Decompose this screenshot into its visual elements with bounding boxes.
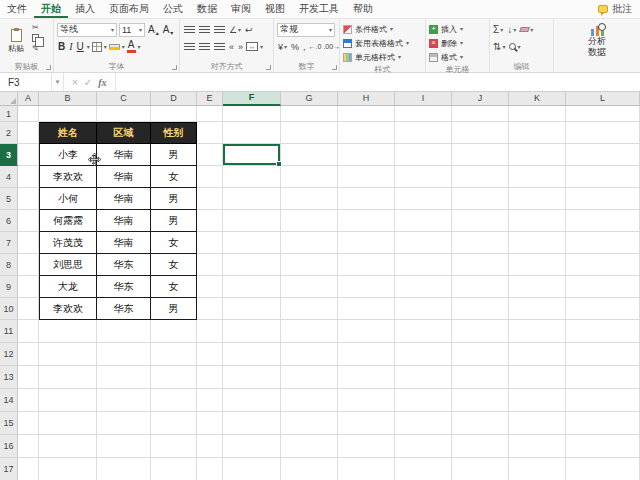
cell-L13[interactable]	[566, 366, 640, 389]
copy-icon[interactable]	[32, 34, 39, 42]
cell-D17[interactable]	[151, 458, 197, 480]
cell-J10[interactable]	[452, 298, 509, 320]
name-box[interactable]: F3	[0, 73, 52, 91]
cell-H6[interactable]	[338, 210, 395, 232]
cell-B14[interactable]	[39, 389, 97, 412]
cell-C11[interactable]	[97, 320, 151, 343]
cell-D10[interactable]: 男	[151, 298, 197, 320]
cell-B1[interactable]	[39, 106, 97, 122]
cell-D6[interactable]: 男	[151, 210, 197, 232]
align-middle-button[interactable]	[198, 26, 211, 34]
cell-K9[interactable]	[509, 276, 566, 298]
cell-G12[interactable]	[281, 343, 338, 366]
cut-icon[interactable]: ✂	[32, 23, 39, 32]
row-header-12[interactable]: 12	[0, 343, 18, 366]
cell-I15[interactable]	[395, 412, 452, 435]
cell-L1[interactable]	[566, 106, 640, 122]
cell-I16[interactable]	[395, 435, 452, 458]
cell-J13[interactable]	[452, 366, 509, 389]
cell-A13[interactable]	[18, 366, 39, 389]
align-left-button[interactable]	[183, 43, 196, 51]
cell-J5[interactable]	[452, 188, 509, 210]
tab-insert[interactable]: 插入	[68, 0, 102, 18]
cell-A11[interactable]	[18, 320, 39, 343]
cell-E3[interactable]	[197, 144, 223, 166]
cell-I13[interactable]	[395, 366, 452, 389]
cell-I8[interactable]	[395, 254, 452, 276]
comma-style-button[interactable]: ,	[302, 42, 307, 52]
cell-B11[interactable]	[39, 320, 97, 343]
column-header-D[interactable]: D	[151, 92, 197, 106]
decrease-decimal-button[interactable]: .00→	[323, 43, 340, 50]
cell-C5[interactable]: 华南	[97, 188, 151, 210]
cell-G7[interactable]	[281, 232, 338, 254]
cell-E10[interactable]	[197, 298, 223, 320]
cell-E4[interactable]	[197, 166, 223, 188]
column-header-B[interactable]: B	[39, 92, 97, 106]
column-header-H[interactable]: H	[338, 92, 395, 106]
column-header-C[interactable]: C	[97, 92, 151, 106]
cell-L17[interactable]	[566, 458, 640, 480]
cell-I17[interactable]	[395, 458, 452, 480]
cell-J6[interactable]	[452, 210, 509, 232]
cell-C6[interactable]: 华南	[97, 210, 151, 232]
cell-J16[interactable]	[452, 435, 509, 458]
cell-D3[interactable]: 男	[151, 144, 197, 166]
cell-D4[interactable]: 女	[151, 166, 197, 188]
cell-I1[interactable]	[395, 106, 452, 122]
cancel-icon[interactable]: ×	[72, 77, 78, 88]
cell-D9[interactable]: 女	[151, 276, 197, 298]
cell-L3[interactable]	[566, 144, 640, 166]
cell-J12[interactable]	[452, 343, 509, 366]
cell-G4[interactable]	[281, 166, 338, 188]
conditional-formatting-button[interactable]: 条件格式▾	[343, 22, 422, 36]
increase-decimal-button[interactable]: ←.0	[309, 43, 322, 50]
cell-G8[interactable]	[281, 254, 338, 276]
cell-H1[interactable]	[338, 106, 395, 122]
cell-J2[interactable]	[452, 122, 509, 144]
accounting-format-button[interactable]: ¥▾	[277, 42, 288, 52]
cell-E9[interactable]	[197, 276, 223, 298]
tab-page-layout[interactable]: 页面布局	[102, 0, 156, 18]
cell-K5[interactable]	[509, 188, 566, 210]
cell-H5[interactable]	[338, 188, 395, 210]
paste-button[interactable]: 粘贴	[3, 22, 29, 61]
insert-function-button[interactable]: fx	[98, 77, 106, 88]
cell-E16[interactable]	[197, 435, 223, 458]
cell-J14[interactable]	[452, 389, 509, 412]
row-header-6[interactable]: 6	[0, 210, 18, 232]
cell-B7[interactable]: 许茂茂	[39, 232, 97, 254]
wrap-text-button[interactable]: ↩	[244, 25, 254, 35]
analyze-data-button[interactable]: 分析 数据	[588, 25, 606, 58]
row-header-17[interactable]: 17	[0, 458, 18, 480]
cell-G17[interactable]	[281, 458, 338, 480]
cell-C7[interactable]: 华南	[97, 232, 151, 254]
cell-D2[interactable]: 性别	[151, 122, 197, 144]
cell-J7[interactable]	[452, 232, 509, 254]
cell-I12[interactable]	[395, 343, 452, 366]
cell-G11[interactable]	[281, 320, 338, 343]
cell-C14[interactable]	[97, 389, 151, 412]
cell-J17[interactable]	[452, 458, 509, 480]
column-header-L[interactable]: L	[566, 92, 640, 106]
cell-A2[interactable]	[18, 122, 39, 144]
cell-C13[interactable]	[97, 366, 151, 389]
cell-D7[interactable]: 女	[151, 232, 197, 254]
row-header-2[interactable]: 2	[0, 122, 18, 144]
cell-C12[interactable]	[97, 343, 151, 366]
cell-I4[interactable]	[395, 166, 452, 188]
cell-G14[interactable]	[281, 389, 338, 412]
row-header-8[interactable]: 8	[0, 254, 18, 276]
cell-F9[interactable]	[223, 276, 281, 298]
cell-J15[interactable]	[452, 412, 509, 435]
fill-button[interactable]: ↓▾	[507, 24, 516, 35]
tab-formulas[interactable]: 公式	[156, 0, 190, 18]
row-header-10[interactable]: 10	[0, 298, 18, 320]
number-dialog-launcher[interactable]	[332, 65, 337, 70]
cell-D13[interactable]	[151, 366, 197, 389]
cell-E17[interactable]	[197, 458, 223, 480]
cell-B5[interactable]: 小何	[39, 188, 97, 210]
cell-K3[interactable]	[509, 144, 566, 166]
cell-H2[interactable]	[338, 122, 395, 144]
cell-H15[interactable]	[338, 412, 395, 435]
